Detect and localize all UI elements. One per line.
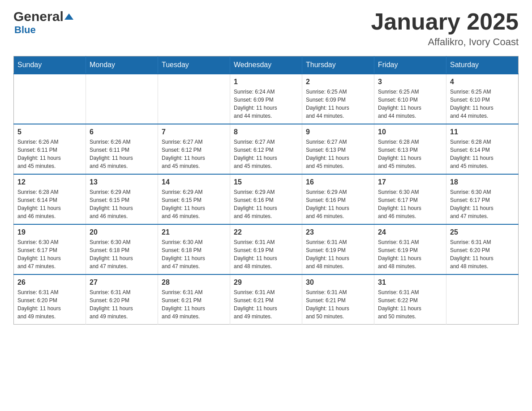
day-number-24: 24 (378, 228, 442, 236)
day-info-23: Sunrise: 6:31 AM Sunset: 6:19 PM Dayligh… (306, 238, 370, 270)
day-number-19: 19 (17, 228, 82, 236)
day-number-3: 3 (378, 78, 442, 86)
day-info-25: Sunrise: 6:31 AM Sunset: 6:20 PM Dayligh… (450, 238, 515, 270)
day-cell-4-4: 30Sunrise: 6:31 AM Sunset: 6:21 PM Dayli… (302, 274, 374, 325)
day-number-12: 12 (17, 178, 82, 186)
day-info-5: Sunrise: 6:26 AM Sunset: 6:11 PM Dayligh… (17, 138, 82, 170)
logo-general-label: General (13, 9, 64, 24)
day-number-7: 7 (162, 128, 226, 136)
day-cell-3-5: 24Sunrise: 6:31 AM Sunset: 6:19 PM Dayli… (374, 224, 446, 274)
day-info-28: Sunrise: 6:31 AM Sunset: 6:21 PM Dayligh… (162, 288, 226, 321)
day-number-6: 6 (90, 128, 154, 136)
day-number-29: 29 (234, 278, 298, 287)
header-thursday: Thursday (302, 56, 374, 74)
day-cell-4-5: 31Sunrise: 6:31 AM Sunset: 6:22 PM Dayli… (374, 274, 446, 325)
day-cell-0-4: 2Sunrise: 6:25 AM Sunset: 6:09 PM Daylig… (302, 74, 374, 124)
logo-container: General (13, 9, 73, 24)
day-number-23: 23 (306, 228, 370, 236)
day-number-13: 13 (90, 178, 154, 186)
title-area: January 2025 Affalikro, Ivory Coast (371, 9, 519, 48)
day-cell-1-5: 10Sunrise: 6:28 AM Sunset: 6:13 PM Dayli… (374, 124, 446, 174)
day-info-15: Sunrise: 6:29 AM Sunset: 6:16 PM Dayligh… (234, 188, 298, 220)
day-number-31: 31 (378, 278, 442, 287)
logo: General Blue (13, 9, 73, 36)
day-info-29: Sunrise: 6:31 AM Sunset: 6:21 PM Dayligh… (234, 288, 298, 321)
day-cell-0-1 (86, 74, 158, 124)
day-number-2: 2 (306, 78, 370, 86)
day-info-13: Sunrise: 6:29 AM Sunset: 6:15 PM Dayligh… (90, 188, 154, 220)
day-cell-2-2: 14Sunrise: 6:29 AM Sunset: 6:15 PM Dayli… (158, 174, 230, 224)
day-number-5: 5 (17, 128, 82, 136)
day-info-10: Sunrise: 6:28 AM Sunset: 6:13 PM Dayligh… (378, 138, 442, 170)
day-cell-3-4: 23Sunrise: 6:31 AM Sunset: 6:19 PM Dayli… (302, 224, 374, 274)
day-cell-2-5: 17Sunrise: 6:30 AM Sunset: 6:17 PM Dayli… (374, 174, 446, 224)
day-cell-1-3: 8Sunrise: 6:27 AM Sunset: 6:12 PM Daylig… (230, 124, 302, 174)
day-cell-3-2: 21Sunrise: 6:30 AM Sunset: 6:18 PM Dayli… (158, 224, 230, 274)
day-cell-4-6 (446, 274, 519, 325)
day-cell-3-0: 19Sunrise: 6:30 AM Sunset: 6:17 PM Dayli… (14, 224, 86, 274)
day-number-26: 26 (17, 278, 82, 287)
day-number-15: 15 (234, 178, 298, 186)
day-number-21: 21 (162, 228, 226, 236)
week-row-3: 12Sunrise: 6:28 AM Sunset: 6:14 PM Dayli… (14, 174, 519, 224)
day-info-7: Sunrise: 6:27 AM Sunset: 6:12 PM Dayligh… (162, 138, 226, 170)
day-cell-0-5: 3Sunrise: 6:25 AM Sunset: 6:10 PM Daylig… (374, 74, 446, 124)
day-info-21: Sunrise: 6:30 AM Sunset: 6:18 PM Dayligh… (162, 238, 226, 270)
day-info-26: Sunrise: 6:31 AM Sunset: 6:20 PM Dayligh… (17, 288, 82, 321)
day-info-3: Sunrise: 6:25 AM Sunset: 6:10 PM Dayligh… (378, 88, 442, 120)
day-cell-0-0 (14, 74, 86, 124)
logo-triangle-icon (64, 13, 73, 20)
day-info-11: Sunrise: 6:28 AM Sunset: 6:14 PM Dayligh… (450, 138, 515, 170)
day-number-4: 4 (450, 78, 515, 86)
day-number-27: 27 (90, 278, 154, 287)
day-info-14: Sunrise: 6:29 AM Sunset: 6:15 PM Dayligh… (162, 188, 226, 220)
day-cell-3-1: 20Sunrise: 6:30 AM Sunset: 6:18 PM Dayli… (86, 224, 158, 274)
day-number-10: 10 (378, 128, 442, 136)
day-info-9: Sunrise: 6:27 AM Sunset: 6:13 PM Dayligh… (306, 138, 370, 170)
day-cell-4-2: 28Sunrise: 6:31 AM Sunset: 6:21 PM Dayli… (158, 274, 230, 325)
day-cell-4-0: 26Sunrise: 6:31 AM Sunset: 6:20 PM Dayli… (14, 274, 86, 325)
day-number-20: 20 (90, 228, 154, 236)
day-info-18: Sunrise: 6:30 AM Sunset: 6:17 PM Dayligh… (450, 188, 515, 220)
day-cell-2-3: 15Sunrise: 6:29 AM Sunset: 6:16 PM Dayli… (230, 174, 302, 224)
day-cell-2-6: 18Sunrise: 6:30 AM Sunset: 6:17 PM Dayli… (446, 174, 519, 224)
day-cell-2-1: 13Sunrise: 6:29 AM Sunset: 6:15 PM Dayli… (86, 174, 158, 224)
week-row-2: 5Sunrise: 6:26 AM Sunset: 6:11 PM Daylig… (14, 124, 519, 174)
day-info-1: Sunrise: 6:24 AM Sunset: 6:09 PM Dayligh… (234, 88, 298, 120)
day-info-22: Sunrise: 6:31 AM Sunset: 6:19 PM Dayligh… (234, 238, 298, 270)
calendar-table: SundayMondayTuesdayWednesdayThursdayFrid… (13, 56, 519, 325)
day-info-16: Sunrise: 6:29 AM Sunset: 6:16 PM Dayligh… (306, 188, 370, 220)
day-number-16: 16 (306, 178, 370, 186)
day-cell-0-2 (158, 74, 230, 124)
day-number-9: 9 (306, 128, 370, 136)
day-info-19: Sunrise: 6:30 AM Sunset: 6:17 PM Dayligh… (17, 238, 82, 270)
header-saturday: Saturday (446, 56, 519, 74)
day-cell-1-6: 11Sunrise: 6:28 AM Sunset: 6:14 PM Dayli… (446, 124, 519, 174)
logo-blue-label: Blue (14, 24, 36, 36)
day-cell-3-3: 22Sunrise: 6:31 AM Sunset: 6:19 PM Dayli… (230, 224, 302, 274)
day-number-8: 8 (234, 128, 298, 136)
day-cell-2-4: 16Sunrise: 6:29 AM Sunset: 6:16 PM Dayli… (302, 174, 374, 224)
logo-icon (64, 13, 73, 20)
header-friday: Friday (374, 56, 446, 74)
day-number-30: 30 (306, 278, 370, 287)
day-number-1: 1 (234, 78, 298, 86)
location-subtitle: Affalikro, Ivory Coast (371, 36, 519, 48)
day-cell-1-0: 5Sunrise: 6:26 AM Sunset: 6:11 PM Daylig… (14, 124, 86, 174)
day-number-18: 18 (450, 178, 515, 186)
day-number-25: 25 (450, 228, 515, 236)
header-wednesday: Wednesday (230, 56, 302, 74)
day-cell-3-6: 25Sunrise: 6:31 AM Sunset: 6:20 PM Dayli… (446, 224, 519, 274)
day-number-28: 28 (162, 278, 226, 287)
day-info-24: Sunrise: 6:31 AM Sunset: 6:19 PM Dayligh… (378, 238, 442, 270)
day-cell-0-6: 4Sunrise: 6:25 AM Sunset: 6:10 PM Daylig… (446, 74, 519, 124)
day-info-20: Sunrise: 6:30 AM Sunset: 6:18 PM Dayligh… (90, 238, 154, 270)
week-row-5: 26Sunrise: 6:31 AM Sunset: 6:20 PM Dayli… (14, 274, 519, 325)
header-monday: Monday (86, 56, 158, 74)
day-info-30: Sunrise: 6:31 AM Sunset: 6:21 PM Dayligh… (306, 288, 370, 321)
day-cell-1-1: 6Sunrise: 6:26 AM Sunset: 6:11 PM Daylig… (86, 124, 158, 174)
day-info-17: Sunrise: 6:30 AM Sunset: 6:17 PM Dayligh… (378, 188, 442, 220)
day-cell-1-2: 7Sunrise: 6:27 AM Sunset: 6:12 PM Daylig… (158, 124, 230, 174)
header-tuesday: Tuesday (158, 56, 230, 74)
calendar-header-row: SundayMondayTuesdayWednesdayThursdayFrid… (14, 56, 519, 74)
